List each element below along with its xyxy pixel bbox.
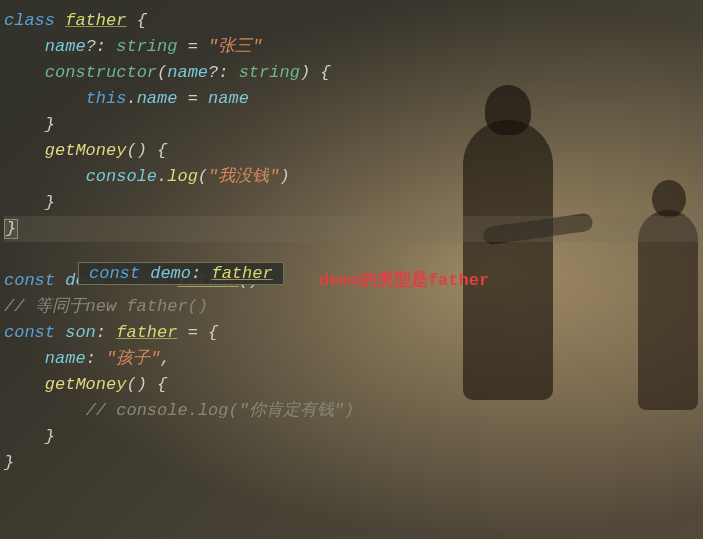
tooltip-type: father xyxy=(211,264,272,283)
property: name xyxy=(137,89,178,108)
code-line[interactable]: this.name = name xyxy=(4,86,699,112)
code-line[interactable]: // 等同于new father() xyxy=(4,294,699,320)
brace: } xyxy=(45,193,55,212)
property-name: name xyxy=(45,37,86,56)
optional-marker: ?: xyxy=(86,37,106,56)
indent xyxy=(4,349,45,368)
method-name: getMoney xyxy=(45,375,127,394)
equals: = xyxy=(177,89,208,108)
comment: // 等同于new father() xyxy=(4,297,208,316)
colon: : xyxy=(96,323,116,342)
comment: // console.log("你肯定有钱") xyxy=(86,401,355,420)
type-string: string xyxy=(106,37,177,56)
param-name: name xyxy=(167,63,208,82)
brace: } xyxy=(4,453,14,472)
code-line-active[interactable]: } xyxy=(4,216,699,242)
indent xyxy=(4,401,86,420)
tooltip-const: const xyxy=(89,264,140,283)
code-line[interactable]: } xyxy=(4,450,699,476)
string-literal: "我没钱" xyxy=(208,167,279,186)
string-literal: "张三" xyxy=(208,37,262,56)
code-line[interactable]: } xyxy=(4,424,699,450)
code-line[interactable]: getMoney() { xyxy=(4,372,699,398)
brace: } xyxy=(45,115,55,134)
type-annotation: father xyxy=(116,323,177,342)
code-editor[interactable]: class father { name?: string = "张三" cons… xyxy=(0,0,703,484)
const-keyword: const xyxy=(4,271,55,290)
constructor-keyword: constructor xyxy=(45,63,157,82)
code-line[interactable]: } xyxy=(4,112,699,138)
hover-tooltip: const demo: father xyxy=(78,262,284,285)
indent xyxy=(4,375,45,394)
brace-matched: } xyxy=(4,219,18,239)
brace: } xyxy=(45,427,55,446)
indent xyxy=(4,115,45,134)
variable: name xyxy=(208,89,249,108)
code-line[interactable]: name?: string = "张三" xyxy=(4,34,699,60)
tooltip-var: demo xyxy=(140,264,191,283)
indent xyxy=(4,37,45,56)
code-line[interactable]: // console.log("你肯定有钱") xyxy=(4,398,699,424)
class-name: father xyxy=(65,11,126,30)
paren-brace: () { xyxy=(126,375,167,394)
code-line[interactable]: getMoney() { xyxy=(4,138,699,164)
property-name: name xyxy=(45,349,86,368)
paren: ( xyxy=(198,167,208,186)
string-literal: "孩子" xyxy=(106,349,160,368)
const-keyword: const xyxy=(4,323,55,342)
indent xyxy=(4,167,86,186)
variable-son: son xyxy=(55,323,96,342)
paren: ) xyxy=(279,167,289,186)
console-object: console xyxy=(86,167,157,186)
type-string: string xyxy=(228,63,299,82)
optional-marker: ?: xyxy=(208,63,228,82)
dot: . xyxy=(157,167,167,186)
comma: , xyxy=(160,349,170,368)
code-line[interactable]: const son: father = { xyxy=(4,320,699,346)
colon: : xyxy=(86,349,106,368)
log-method: log xyxy=(167,167,198,186)
code-line[interactable]: } xyxy=(4,190,699,216)
paren: ( xyxy=(157,63,167,82)
indent xyxy=(4,141,45,160)
keyword-class: class xyxy=(4,11,55,30)
method-name: getMoney xyxy=(45,141,127,160)
equals: = xyxy=(177,37,208,56)
code-line[interactable]: constructor(name?: string) { xyxy=(4,60,699,86)
annotation-text: demo的类型是father xyxy=(319,271,489,290)
dot: . xyxy=(126,89,136,108)
paren-brace: () { xyxy=(126,141,167,160)
code-line[interactable]: class father { xyxy=(4,8,699,34)
paren-brace: ) { xyxy=(300,63,331,82)
this-keyword: this xyxy=(86,89,127,108)
indent xyxy=(4,193,45,212)
code-line[interactable]: name: "孩子", xyxy=(4,346,699,372)
indent xyxy=(4,63,45,82)
brace: { xyxy=(126,11,146,30)
indent xyxy=(4,427,45,446)
tooltip-colon: : xyxy=(191,264,211,283)
indent xyxy=(4,89,86,108)
code-line[interactable]: console.log("我没钱") xyxy=(4,164,699,190)
eq-brace: = { xyxy=(177,323,218,342)
